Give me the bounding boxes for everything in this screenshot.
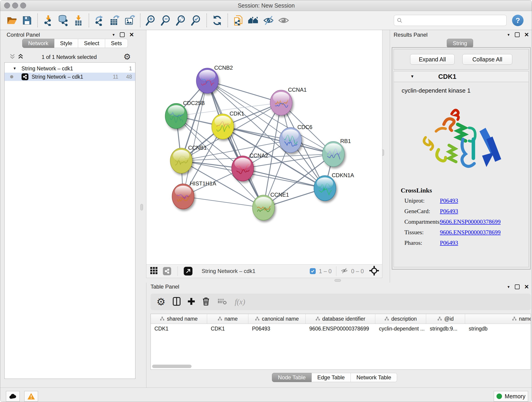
warnings-button[interactable] [24, 391, 38, 402]
export-image-button[interactable] [123, 13, 136, 28]
tree-expander-icon[interactable]: ▼ [13, 66, 17, 70]
edge-CCNB2-CCNA1[interactable] [207, 81, 281, 103]
tab-network[interactable]: Network [22, 39, 54, 48]
open-in-window-button[interactable] [184, 267, 192, 275]
network-options-gear-icon[interactable]: ⚙ [123, 52, 131, 62]
node-HIST1H1A[interactable]: HIST1H1A [172, 180, 216, 209]
node-CCNB1[interactable]: CCNB1 [170, 145, 207, 173]
table-cell[interactable]: cyclin-dependent ... [375, 324, 426, 333]
edge-HIST1H1A-CCNE1[interactable] [183, 196, 264, 208]
open-session-button[interactable] [5, 13, 19, 28]
zoom-fit-button[interactable] [174, 13, 188, 28]
string-import-button[interactable] [232, 13, 245, 28]
panel-float-icon[interactable] [120, 32, 125, 37]
help-button[interactable]: ? [512, 15, 524, 26]
global-search-field[interactable] [394, 15, 507, 26]
crosslink-value-link[interactable]: P06493 [440, 197, 458, 204]
column-header-namespace[interactable]: namespace [465, 314, 531, 324]
export-network-button[interactable] [93, 13, 106, 28]
zoom-in-button[interactable] [144, 13, 157, 28]
collapse-entry-icon[interactable]: ▼ [410, 74, 414, 79]
import-table-button[interactable] [72, 13, 85, 28]
selected-checkbox-icon[interactable] [310, 268, 316, 274]
show-columns-button[interactable] [172, 297, 181, 307]
save-session-button[interactable] [20, 13, 34, 28]
bottom-splitter-handle[interactable] [335, 279, 341, 282]
edge-CCNB2-CCNE1[interactable] [207, 81, 264, 208]
import-network-file-button[interactable] [41, 13, 55, 28]
panel-menu-icon[interactable]: ▼ [507, 33, 510, 37]
show-all-button[interactable] [277, 13, 290, 28]
tab-string[interactable]: String [447, 39, 473, 48]
hidden-eye-icon[interactable] [341, 267, 348, 275]
birdseye-toggle-button[interactable] [150, 267, 158, 275]
node-RB1[interactable]: RB1 [322, 138, 351, 167]
table-row[interactable]: CDK1CDK1P064939606.ENSP00000378699cyclin… [151, 324, 531, 333]
function-builder-button[interactable]: f(x) [234, 298, 245, 306]
tab-sets[interactable]: Sets [105, 39, 128, 48]
tab-edge-table[interactable]: Edge Table [312, 373, 351, 382]
table-cell[interactable]: stringdb [465, 324, 531, 333]
table-cell[interactable]: P06493 [248, 324, 306, 333]
network-share-button[interactable] [163, 267, 171, 275]
network-row-selected[interactable]: String Network – cdk1 11 48 [5, 73, 135, 81]
table-settings-gear-icon[interactable]: ⚙ [157, 297, 165, 307]
window-close-button[interactable] [4, 2, 10, 8]
center-view-button[interactable] [369, 266, 379, 276]
hide-selected-button[interactable] [262, 13, 275, 28]
tab-node-table[interactable]: Node Table [272, 373, 312, 382]
node-CCNB2[interactable]: CCNB2 [196, 65, 233, 93]
column-header-database-identifier[interactable]: database identifier [306, 314, 375, 324]
refresh-button[interactable] [210, 13, 224, 28]
panel-menu-icon[interactable]: ▼ [507, 285, 510, 289]
window-minimize-button[interactable] [12, 2, 18, 8]
horizontal-scrollbar-thumb[interactable] [152, 365, 191, 368]
column-header-description[interactable]: description [375, 314, 426, 324]
column-header-shared-name[interactable]: shared name [151, 314, 207, 324]
table-cell[interactable]: CDK1 [207, 324, 248, 333]
node-details-header[interactable]: ▼ CDK1 [394, 71, 529, 82]
tab-network-table[interactable]: Network Table [351, 373, 397, 382]
panel-float-icon[interactable] [515, 32, 520, 37]
column-header-name[interactable]: name [207, 314, 248, 324]
table-cell[interactable]: CDK1 [151, 324, 207, 333]
network-collection-row[interactable]: ▼ String Network – cdk1 1 [5, 64, 135, 73]
delete-column-button[interactable] [202, 297, 210, 307]
panel-close-icon[interactable]: ✕ [129, 33, 134, 37]
edge-CCNB2-HIST1H1A[interactable] [183, 81, 207, 196]
node-CDC25B[interactable]: CDC25B [165, 100, 205, 128]
delete-table-button[interactable] [218, 298, 227, 306]
panel-float-icon[interactable] [515, 284, 520, 289]
zoom-out-button[interactable] [159, 13, 172, 28]
zoom-selected-button[interactable] [190, 13, 203, 28]
crosslink-value-link[interactable]: P06493 [440, 208, 458, 215]
export-table-button[interactable] [108, 13, 121, 28]
panel-close-icon[interactable]: ✕ [524, 285, 529, 289]
network-canvas[interactable]: CCNB2CCNA1CDC25BCDK1CDC6RB1CCNB1CCNA2CDK… [146, 30, 382, 264]
tab-style[interactable]: Style [54, 39, 78, 48]
expand-all-button[interactable]: Expand All [410, 54, 455, 65]
search-input[interactable] [402, 17, 504, 24]
crosslink-value-link[interactable]: 9606.ENSP00000378699 [440, 218, 500, 225]
column-header--id[interactable]: @id [426, 314, 465, 324]
home-networks-button[interactable] [247, 13, 260, 28]
table-cell[interactable]: stringdb:9... [426, 324, 465, 333]
memory-button[interactable]: Memory [494, 391, 528, 402]
node-CCNA1[interactable]: CCNA1 [270, 87, 307, 115]
left-splitter-handle[interactable] [140, 204, 143, 211]
create-column-button[interactable] [187, 298, 195, 306]
cloud-status-button[interactable] [6, 391, 20, 402]
node-CDC6[interactable]: CDC6 [279, 124, 312, 153]
import-network-database-button[interactable] [57, 13, 70, 28]
node-CDK1[interactable]: CDK1 [212, 110, 244, 139]
table-cell[interactable]: 9606.ENSP00000378699 [306, 324, 375, 333]
crosslink-value-link[interactable]: 9606.ENSP00000378699 [440, 229, 500, 236]
window-zoom-button[interactable] [20, 2, 26, 8]
crosslink-value-link[interactable]: P06493 [440, 240, 458, 246]
panel-close-icon[interactable]: ✕ [524, 33, 529, 37]
tab-select[interactable]: Select [78, 39, 105, 48]
column-header-canonical-name[interactable]: canonical name [248, 314, 306, 324]
collapse-all-button[interactable]: Collapse All [462, 54, 512, 65]
panel-menu-icon[interactable]: ▼ [112, 33, 115, 37]
node-CDKN1A[interactable]: CDKN1A [314, 172, 354, 201]
